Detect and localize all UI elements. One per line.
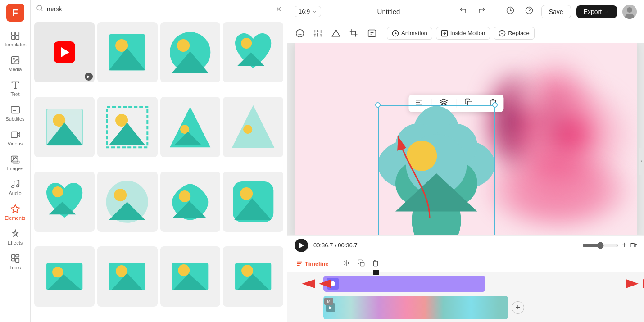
mask-tool-button[interactable] [365,26,379,41]
mask-clip[interactable] [323,276,485,292]
timer-button[interactable] [503,4,517,19]
list-item[interactable] [97,172,158,232]
list-item[interactable] [160,97,221,157]
sidebar-item-tools[interactable]: Tools [3,250,28,274]
sidebar-item-elements[interactable]: Elements [3,200,28,224]
svg-point-49 [179,190,190,202]
smoke-blob [502,70,556,124]
list-item[interactable] [223,97,283,157]
tools-icon [10,254,20,263]
help-button[interactable] [522,4,536,19]
main-area: 16:9 Untitled Save Export → [287,0,644,322]
svg-marker-92 [440,99,447,103]
list-item[interactable] [34,97,95,157]
zoom-out-button[interactable]: − [574,240,579,250]
svg-rect-3 [15,36,18,39]
svg-point-43 [243,125,252,134]
sidebar-item-media[interactable]: Media [3,52,28,76]
replace-button[interactable]: Replace [494,27,535,40]
sidebar-item-effects[interactable]: Effects [3,225,28,249]
list-item[interactable] [97,246,158,307]
svg-point-5 [13,58,14,59]
list-item[interactable] [97,22,158,82]
list-item[interactable] [160,172,221,232]
subtitles-icon [10,105,20,115]
canvas-area [287,43,644,235]
svg-marker-111 [319,279,331,288]
mask-preview-2a [42,104,87,150]
animation-button[interactable]: Animation [387,27,432,40]
resize-handle-tl[interactable] [375,102,381,108]
animation-icon [392,30,399,37]
panel-collapse-handle[interactable]: ‹ [639,148,644,175]
sidebar-item-text[interactable]: Text [3,77,28,100]
ratio-button[interactable]: 16:9 [295,6,321,17]
list-item[interactable] [97,97,158,157]
adjust-tool-button[interactable] [311,26,325,41]
triangle-icon [331,29,340,38]
sidebar-item-images[interactable]: Images [3,151,28,175]
list-item[interactable] [223,22,283,82]
resize-handle-tr[interactable] [492,102,498,108]
sidebar-label-videos: Videos [8,141,23,146]
mask-preview-2b [104,104,150,150]
flower-mask-element[interactable] [378,105,495,235]
fit-button[interactable]: Fit [630,242,637,249]
video-clip[interactable]: ▶ [323,296,508,319]
zoom-slider[interactable] [582,242,618,249]
redo-button[interactable] [475,4,489,19]
undo-button[interactable] [456,4,470,19]
timeline-delete-button[interactable] [370,258,381,270]
export-button[interactable]: Export → [576,5,617,18]
grid-icon [10,31,20,41]
sidebar-item-templates[interactable]: Templates [3,27,28,51]
collapse-icon: ‹ [641,159,642,163]
app-logo: F [6,4,24,22]
playhead-handle[interactable] [373,270,379,275]
timeline-tracks: M ▶ + [287,272,644,322]
sidebar-item-videos[interactable]: Videos [3,126,28,150]
list-item[interactable] [223,246,283,307]
timeline-delete-icon [372,259,379,267]
avatar-image [622,5,637,19]
mask-preview-3a [42,179,87,224]
list-item[interactable] [34,172,95,232]
svg-rect-20 [15,255,18,257]
user-avatar[interactable] [622,5,637,19]
canvas[interactable] [295,43,637,235]
list-item[interactable]: ▶ [34,22,95,82]
timeline-tab[interactable]: Timeline [293,259,332,269]
search-input[interactable] [47,5,272,13]
split-button[interactable] [341,258,352,270]
add-track-button[interactable]: + [512,301,524,314]
inside-motion-button[interactable]: Inside Motion [436,27,490,40]
list-item[interactable] [223,172,283,232]
svg-point-104 [407,141,437,171]
list-item[interactable] [160,22,221,82]
sidebar-item-subtitles[interactable]: Subtitles [3,101,28,125]
motion-icon [441,30,448,37]
sidebar-item-audio[interactable]: Audio [3,176,28,200]
mask-preview-4b [104,254,150,299]
list-item[interactable] [160,246,221,307]
icon-sidebar: F Templates Media Text Subtitles Videos … [0,0,31,322]
play-button[interactable] [295,239,308,252]
sidebar-label-tools: Tools [9,265,21,270]
zoom-in-button[interactable]: + [622,240,627,250]
clear-search-button[interactable]: ✕ [276,5,281,14]
svg-rect-108 [297,265,300,266]
crop-icon [349,29,358,38]
playhead[interactable] [376,272,376,322]
timeline-duplicate-button[interactable] [356,258,367,270]
sidebar-label-audio: Audio [9,190,21,196]
shape-tool-button[interactable] [329,26,343,41]
timeline-tools [341,258,381,270]
crop-tool-button[interactable] [347,26,361,41]
svg-marker-18 [11,205,19,213]
sidebar-label-images: Images [7,166,23,171]
trim-right-arrow [626,279,639,288]
save-button[interactable]: Save [541,5,571,18]
face-tool-button[interactable] [293,26,307,41]
list-item[interactable] [34,246,95,307]
svg-point-64 [241,265,253,277]
